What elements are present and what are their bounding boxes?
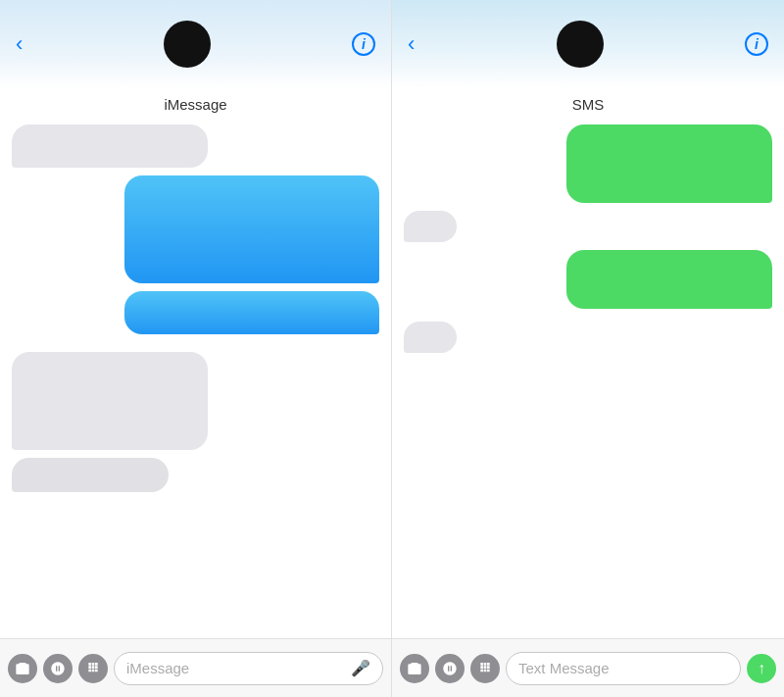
info-icon: i xyxy=(362,36,366,52)
message-row xyxy=(12,458,379,494)
camera-icon xyxy=(407,661,422,676)
sent-bubble xyxy=(566,124,772,203)
back-button[interactable]: ‹ xyxy=(16,31,23,57)
camera-icon xyxy=(15,661,30,676)
sent-bubble xyxy=(124,175,379,283)
avatar xyxy=(164,21,211,68)
sent-bubble xyxy=(124,291,379,334)
sms-panel: ‹ i SMS xyxy=(392,0,784,697)
sms-toolbar: Text Message ↑ xyxy=(392,638,784,697)
sticker-icon xyxy=(442,661,458,676)
avatar xyxy=(557,21,604,68)
imessage-panel: ‹ i iMessage xyxy=(0,0,392,697)
info-button[interactable]: i xyxy=(745,32,768,56)
mic-icon: 🎤 xyxy=(351,659,370,677)
appstore-button[interactable] xyxy=(78,654,108,683)
back-button[interactable]: ‹ xyxy=(408,31,415,57)
info-icon: i xyxy=(755,36,759,52)
input-placeholder: Text Message xyxy=(518,660,610,676)
imessage-input[interactable]: iMessage 🎤 xyxy=(114,652,383,685)
sticker-button[interactable] xyxy=(435,654,465,683)
imessage-toolbar: iMessage 🎤 xyxy=(0,638,391,697)
imessage-label: iMessage xyxy=(0,88,391,117)
message-row xyxy=(404,250,772,309)
header-center xyxy=(164,21,211,68)
received-bubble xyxy=(12,352,208,450)
message-row xyxy=(12,175,379,283)
partial-bubble xyxy=(12,458,169,492)
input-placeholder: iMessage xyxy=(126,660,189,676)
appstore-icon xyxy=(477,661,493,676)
sms-input[interactable]: Text Message xyxy=(506,652,741,685)
info-button[interactable]: i xyxy=(352,32,375,56)
send-button[interactable]: ↑ xyxy=(747,654,776,683)
chevron-left-icon: ‹ xyxy=(408,31,415,57)
received-bubble xyxy=(404,211,457,242)
message-row xyxy=(12,342,379,450)
camera-button[interactable] xyxy=(400,654,429,683)
header-center xyxy=(557,21,604,68)
appstore-icon xyxy=(85,661,101,676)
chevron-left-icon: ‹ xyxy=(16,31,23,57)
sticker-button[interactable] xyxy=(43,654,73,683)
sms-label: SMS xyxy=(392,88,784,117)
message-row xyxy=(12,124,379,168)
message-row xyxy=(404,317,772,353)
imessage-messages xyxy=(0,117,391,638)
sms-messages xyxy=(392,117,784,638)
received-bubble xyxy=(404,322,457,353)
message-row xyxy=(404,211,772,242)
sms-header: ‹ i xyxy=(392,0,784,88)
arrow-up-icon: ↑ xyxy=(758,660,765,677)
message-row xyxy=(404,124,772,203)
sent-bubble xyxy=(566,250,772,309)
appstore-button[interactable] xyxy=(470,654,500,683)
message-row xyxy=(12,291,379,334)
received-bubble xyxy=(12,124,208,168)
imessage-header: ‹ i xyxy=(0,0,391,88)
sticker-icon xyxy=(50,661,66,676)
camera-button[interactable] xyxy=(8,654,37,683)
